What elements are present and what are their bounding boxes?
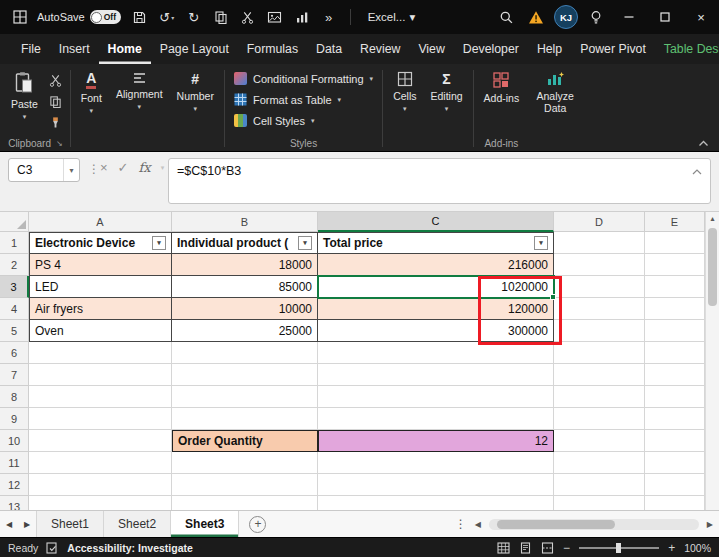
cell-b3[interactable]: 85000 [172, 276, 318, 298]
cells-group-button[interactable]: Cells ▾ [386, 66, 423, 151]
zoom-level[interactable]: 100% [684, 542, 711, 554]
cell[interactable] [318, 364, 554, 386]
tab-file[interactable]: File [12, 34, 50, 64]
cell[interactable] [172, 342, 318, 364]
collapse-formula-bar-icon[interactable] [692, 169, 702, 175]
sheet-nav-left-icon[interactable]: ◀ [0, 511, 18, 537]
zoom-slider[interactable] [579, 547, 659, 549]
row-header-13[interactable]: 13 [0, 496, 29, 510]
tab-review[interactable]: Review [351, 34, 409, 64]
font-group-button[interactable]: A Font ▾ [74, 66, 109, 151]
tab-table-design[interactable]: Table Design [655, 34, 719, 64]
insert-function-icon[interactable]: fx [139, 160, 151, 175]
cell-b10[interactable]: Order Quantity [172, 430, 318, 452]
row-header-6[interactable]: 6 [0, 342, 29, 364]
vertical-scrollbar-thumb[interactable] [708, 228, 717, 306]
cell[interactable] [554, 474, 645, 496]
row-header-10[interactable]: 10 [0, 430, 29, 452]
undo-icon[interactable]: ↺▾ [157, 6, 177, 28]
search-icon[interactable] [491, 0, 521, 34]
accessibility-status[interactable]: Accessibility: Investigate [67, 542, 192, 554]
chart-icon[interactable] [292, 6, 312, 28]
cell-c2[interactable]: 216000 [318, 254, 554, 276]
dialog-launcher-icon[interactable]: ↘ [56, 139, 63, 148]
lightbulb-icon[interactable] [581, 0, 611, 34]
quick-access-overflow-icon[interactable]: » [319, 6, 339, 28]
cell[interactable] [554, 496, 645, 510]
column-header-b[interactable]: B [172, 212, 318, 232]
scroll-up-icon[interactable]: ▴ [706, 212, 719, 223]
number-group-button[interactable]: # Number ▾ [170, 66, 221, 151]
cell[interactable] [645, 298, 705, 320]
sheet-nav-right-icon[interactable]: ▶ [18, 511, 36, 537]
row-header-4[interactable]: 4 [0, 298, 29, 320]
hscroll-right-icon[interactable]: ▶ [707, 520, 713, 529]
tab-sheet2[interactable]: Sheet2 [104, 511, 171, 537]
cell[interactable] [645, 232, 705, 254]
tab-power-pivot[interactable]: Power Pivot [571, 34, 655, 64]
formula-input[interactable]: =$C$10*B3 [168, 158, 711, 204]
paste-button[interactable]: Paste ▾ [4, 66, 45, 125]
cut-icon[interactable] [238, 6, 258, 28]
cut-icon[interactable] [45, 72, 67, 88]
cell[interactable] [318, 452, 554, 474]
maximize-button[interactable] [647, 0, 683, 34]
enter-icon[interactable]: ✓ [118, 160, 129, 175]
copy-icon[interactable] [211, 6, 231, 28]
cell[interactable] [554, 452, 645, 474]
cell[interactable] [318, 386, 554, 408]
titlebar-app-menu[interactable]: Excel... ▾ [362, 10, 422, 24]
cell[interactable] [645, 342, 705, 364]
view-page-layout-icon[interactable] [519, 542, 532, 554]
cell[interactable] [645, 276, 705, 298]
row-header-12[interactable]: 12 [0, 474, 29, 496]
row-header-5[interactable]: 5 [0, 320, 29, 342]
cell[interactable] [554, 276, 645, 298]
cell[interactable] [318, 496, 554, 510]
tab-sheet1[interactable]: Sheet1 [36, 511, 104, 537]
column-header-c[interactable]: C [318, 212, 554, 232]
row-header-8[interactable]: 8 [0, 386, 29, 408]
autosave-toggle[interactable]: AutoSave Off [37, 10, 121, 24]
filter-button[interactable]: ▾ [298, 236, 312, 250]
cell[interactable] [554, 430, 645, 452]
cell-b5[interactable]: 25000 [172, 320, 318, 342]
name-box[interactable]: C3 ▾ [8, 158, 80, 182]
cell[interactable] [645, 386, 705, 408]
vertical-scrollbar[interactable]: ▴ [705, 212, 719, 510]
horizontal-scrollbar[interactable] [489, 519, 699, 530]
cell[interactable] [645, 364, 705, 386]
cell[interactable] [645, 254, 705, 276]
cell-a3[interactable]: LED [29, 276, 172, 298]
cell[interactable] [29, 452, 172, 474]
cancel-icon[interactable]: × [100, 160, 108, 175]
filter-button[interactable]: ▾ [152, 236, 166, 250]
picture-icon[interactable] [265, 6, 285, 28]
zoom-out-icon[interactable]: − [563, 541, 570, 555]
row-header-1[interactable]: 1 [0, 232, 29, 254]
column-header-e[interactable]: E [645, 212, 705, 232]
cell[interactable] [554, 342, 645, 364]
cell-b4[interactable]: 10000 [172, 298, 318, 320]
save-icon[interactable] [130, 6, 150, 28]
cell[interactable] [29, 474, 172, 496]
cell[interactable] [29, 408, 172, 430]
tab-page-layout[interactable]: Page Layout [151, 34, 238, 64]
zoom-in-icon[interactable]: + [668, 541, 675, 555]
cell[interactable] [554, 254, 645, 276]
column-header-a[interactable]: A [29, 212, 172, 232]
cell[interactable] [172, 496, 318, 510]
addins-button[interactable]: Add-ins [477, 66, 527, 109]
cell[interactable] [645, 452, 705, 474]
cell[interactable] [554, 386, 645, 408]
cell[interactable] [645, 430, 705, 452]
cell[interactable] [172, 452, 318, 474]
cell[interactable] [645, 474, 705, 496]
row-header-11[interactable]: 11 [0, 452, 29, 474]
row-header-3[interactable]: 3 [0, 276, 29, 298]
row-header-7[interactable]: 7 [0, 364, 29, 386]
cell[interactable] [318, 474, 554, 496]
cell-c10[interactable]: 12 [318, 430, 554, 452]
tab-home[interactable]: Home [99, 34, 151, 64]
view-page-break-icon[interactable] [541, 542, 554, 554]
